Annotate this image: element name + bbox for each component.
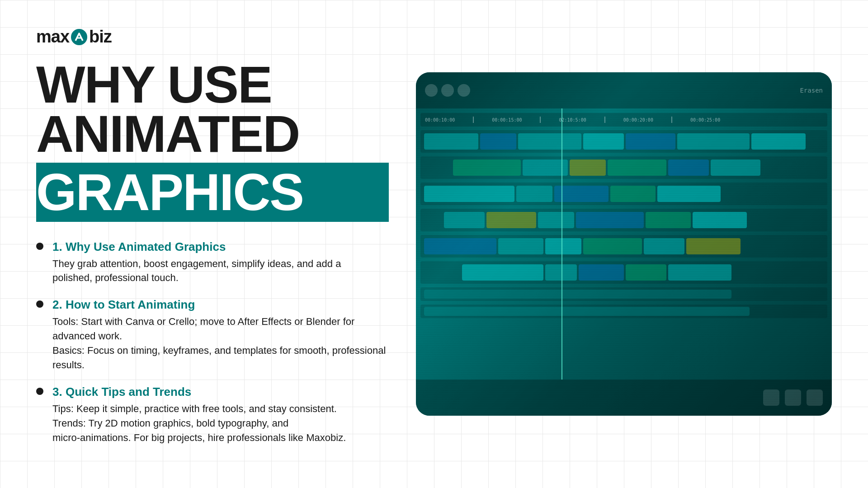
ve-track [420,235,827,258]
ve-btn [425,84,438,97]
bullet-dot [36,388,43,395]
title-highlight-wrap: GRAPHICS [36,163,389,222]
bullet-dot [36,243,43,250]
ve-clip [677,133,750,150]
ve-clip [626,133,675,150]
logo-area: max biz [36,27,389,47]
logo-icon [70,28,88,46]
ve-clip [498,238,543,254]
ve-icon [763,389,779,406]
ve-clip [610,186,656,202]
list-item: 1. Why Use Animated Graphics They grab a… [36,240,389,286]
ruler-mark [473,117,474,123]
right-column: Erasen 00:00:10:00 00:00:15:00 02:10:5:0… [407,27,832,461]
ve-clip [480,133,516,150]
ve-clip [668,264,731,281]
ve-clip [424,307,750,316]
video-editor-image: Erasen 00:00:10:00 00:00:15:00 02:10:5:0… [416,72,832,416]
bullet-desc: Tools: Start with Canva or Crello; move … [52,314,389,372]
svg-point-0 [71,29,87,45]
ve-label: Erasen [800,87,823,94]
ve-clip [579,264,624,281]
ve-clip [486,212,536,228]
ve-clip [668,160,709,176]
ve-track [420,287,827,301]
main-title-line2: GRAPHICS [36,163,303,221]
video-editor-simulation: Erasen 00:00:10:00 00:00:15:00 02:10:5:0… [416,72,832,416]
ve-clip [608,160,666,176]
ve-track [420,156,827,179]
ve-top-bar: Erasen [416,72,832,108]
ve-bottom-bar [416,380,832,416]
ve-clip [576,212,644,228]
ve-clip [570,160,606,176]
ve-clip [657,186,721,202]
list-item: 2. How to Start Animating Tools: Start w… [36,298,389,372]
ve-clip [583,238,642,254]
ve-clip [444,212,485,228]
ve-ruler: 00:00:10:00 00:00:15:00 02:10:5:00 00:00… [420,113,827,127]
bullet-list: 1. Why Use Animated Graphics They grab a… [36,240,389,458]
ve-clip [516,186,552,202]
ruler-label: 00:00:25:00 [690,117,720,122]
ve-clip [424,290,731,299]
ve-clip [538,212,574,228]
ve-clip [462,264,543,281]
ve-clip [424,133,478,150]
ve-track [420,183,827,205]
bullet-title: 2. How to Start Animating [52,298,389,312]
ve-clip [751,133,806,150]
list-item: 3. Quick Tips and Trends Tips: Keep it s… [36,385,389,445]
ve-icon [785,389,801,406]
ve-playhead [561,108,562,380]
left-column: max biz WHY USE ANIMATED GRAPHICS [36,27,407,461]
ruler-label: 00:00:15:00 [492,117,522,122]
ruler-mark [604,117,605,123]
ve-clip [644,238,684,254]
logo-text-biz: biz [89,27,112,47]
ruler-label: 00:00:10:00 [425,117,455,122]
ve-clip [711,160,760,176]
bullet-desc: They grab attention, boost engagement, s… [52,257,389,286]
ve-clip [686,238,741,254]
bullet-content: 2. How to Start Animating Tools: Start w… [52,298,389,372]
ve-clip [424,238,496,254]
content-wrapper: max biz WHY USE ANIMATED GRAPHICS [0,0,868,488]
bullet-content: 1. Why Use Animated Graphics They grab a… [52,240,389,286]
logo: max biz [36,27,112,47]
ve-clip [523,160,568,176]
ve-clip [693,212,747,228]
ve-clip [646,212,691,228]
logo-text-max: max [36,27,69,47]
bullet-title: 1. Why Use Animated Graphics [52,240,389,254]
ruler-label: 02:10:5:00 [559,117,586,122]
bullet-content: 3. Quick Tips and Trends Tips: Keep it s… [52,385,389,445]
bullet-dot [36,300,43,308]
ve-track [420,261,827,284]
ve-clip [518,133,581,150]
ve-btn [441,84,454,97]
ve-track [420,305,827,318]
bullet-title: 3. Quick Tips and Trends [52,385,389,399]
ve-clip [545,238,581,254]
ve-clip [545,264,577,281]
ve-clip [583,133,624,150]
ruler-label: 00:00:20:00 [623,117,653,122]
ve-clip [626,264,666,281]
ve-btn [458,84,470,97]
ve-clip [554,186,609,202]
bullet-desc: Tips: Keep it simple, practice with free… [52,402,389,445]
ve-icon [807,389,823,406]
ve-clip [453,160,521,176]
ve-timeline: 00:00:10:00 00:00:15:00 02:10:5:00 00:00… [416,108,832,380]
ve-track [420,130,827,153]
ve-track [420,209,827,231]
main-title-line1: WHY USE ANIMATED [36,60,389,159]
ruler-mark [671,117,672,123]
ruler-mark [540,117,541,123]
ve-clip [424,186,514,202]
